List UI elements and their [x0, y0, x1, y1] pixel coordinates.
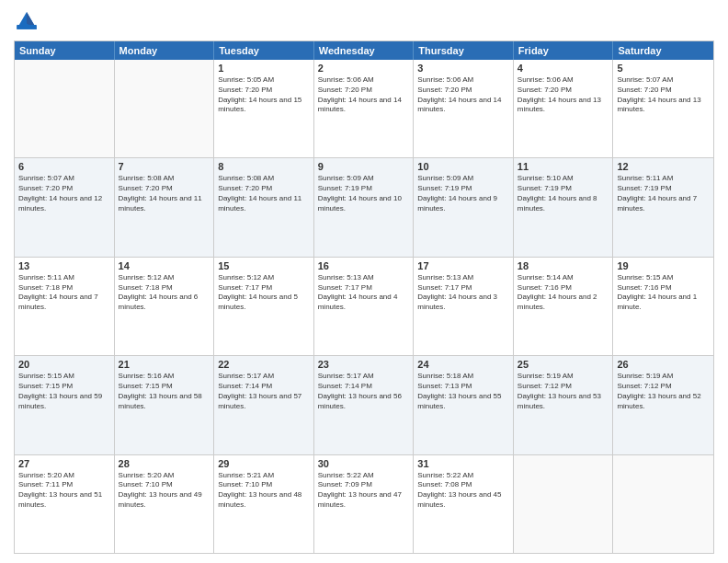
header-day-tuesday: Tuesday — [214, 41, 314, 60]
logo — [14, 9, 43, 35]
calendar-cell-9: 8Sunrise: 5:08 AM Sunset: 7:20 PM Daylig… — [214, 158, 314, 256]
calendar-cell-24: 23Sunrise: 5:17 AM Sunset: 7:14 PM Dayli… — [314, 356, 415, 454]
day-number: 27 — [18, 458, 110, 469]
day-number: 9 — [318, 161, 410, 172]
day-number: 26 — [617, 359, 710, 370]
calendar-cell-31: 30Sunrise: 5:22 AM Sunset: 7:09 PM Dayli… — [314, 455, 415, 553]
calendar-page: SundayMondayTuesdayWednesdayThursdayFrid… — [0, 0, 728, 563]
day-info: Sunrise: 5:06 AM Sunset: 7:20 PM Dayligh… — [518, 75, 609, 115]
header — [14, 9, 714, 35]
day-info: Sunrise: 5:20 AM Sunset: 7:11 PM Dayligh… — [18, 471, 110, 511]
day-info: Sunrise: 5:17 AM Sunset: 7:14 PM Dayligh… — [318, 372, 410, 411]
calendar-cell-22: 21Sunrise: 5:16 AM Sunset: 7:15 PM Dayli… — [115, 356, 215, 454]
day-number: 24 — [417, 359, 509, 370]
calendar-cell-17: 16Sunrise: 5:13 AM Sunset: 7:17 PM Dayli… — [314, 258, 415, 355]
calendar-cell-10: 9Sunrise: 5:09 AM Sunset: 7:19 PM Daylig… — [314, 158, 415, 256]
day-number: 12 — [617, 161, 710, 172]
calendar: SundayMondayTuesdayWednesdayThursdayFrid… — [14, 40, 714, 554]
day-number: 29 — [218, 458, 310, 469]
calendar-cell-4: 3Sunrise: 5:06 AM Sunset: 7:20 PM Daylig… — [414, 60, 514, 157]
calendar-cell-3: 2Sunrise: 5:06 AM Sunset: 7:20 PM Daylig… — [314, 60, 415, 157]
day-number: 14 — [119, 260, 210, 271]
day-info: Sunrise: 5:20 AM Sunset: 7:10 PM Dayligh… — [119, 471, 210, 511]
day-info: Sunrise: 5:11 AM Sunset: 7:19 PM Dayligh… — [617, 174, 710, 213]
calendar-cell-8: 7Sunrise: 5:08 AM Sunset: 7:20 PM Daylig… — [115, 158, 215, 256]
day-number: 6 — [18, 161, 110, 172]
day-info: Sunrise: 5:12 AM Sunset: 7:17 PM Dayligh… — [218, 273, 310, 313]
day-number: 13 — [18, 260, 110, 271]
day-number: 5 — [617, 63, 710, 74]
calendar-cell-12: 11Sunrise: 5:10 AM Sunset: 7:19 PM Dayli… — [514, 158, 614, 256]
day-number: 1 — [218, 63, 310, 74]
day-info: Sunrise: 5:13 AM Sunset: 7:17 PM Dayligh… — [417, 273, 509, 313]
day-info: Sunrise: 5:19 AM Sunset: 7:12 PM Dayligh… — [518, 372, 609, 411]
calendar-cell-28: 27Sunrise: 5:20 AM Sunset: 7:11 PM Dayli… — [15, 455, 115, 553]
calendar-cell-23: 22Sunrise: 5:17 AM Sunset: 7:14 PM Dayli… — [214, 356, 314, 454]
calendar-week-1: 1Sunrise: 5:05 AM Sunset: 7:20 PM Daylig… — [15, 60, 713, 157]
calendar-cell-33 — [514, 455, 614, 553]
day-number: 15 — [218, 260, 310, 271]
header-day-thursday: Thursday — [414, 41, 514, 60]
calendar-cell-15: 14Sunrise: 5:12 AM Sunset: 7:18 PM Dayli… — [115, 258, 215, 355]
calendar-cell-14: 13Sunrise: 5:11 AM Sunset: 7:18 PM Dayli… — [15, 258, 115, 355]
day-number: 25 — [518, 359, 609, 370]
header-day-wednesday: Wednesday — [314, 41, 415, 60]
calendar-cell-18: 17Sunrise: 5:13 AM Sunset: 7:17 PM Dayli… — [414, 258, 514, 355]
day-number: 11 — [518, 161, 609, 172]
day-info: Sunrise: 5:19 AM Sunset: 7:12 PM Dayligh… — [617, 372, 710, 411]
calendar-cell-32: 31Sunrise: 5:22 AM Sunset: 7:08 PM Dayli… — [414, 455, 514, 553]
day-number: 2 — [318, 63, 410, 74]
calendar-cell-21: 20Sunrise: 5:15 AM Sunset: 7:15 PM Dayli… — [15, 356, 115, 454]
day-number: 21 — [119, 359, 210, 370]
day-info: Sunrise: 5:09 AM Sunset: 7:19 PM Dayligh… — [318, 174, 410, 213]
day-number: 16 — [318, 260, 410, 271]
header-day-friday: Friday — [514, 41, 614, 60]
calendar-header: SundayMondayTuesdayWednesdayThursdayFrid… — [15, 41, 713, 60]
header-day-saturday: Saturday — [613, 41, 713, 60]
day-info: Sunrise: 5:21 AM Sunset: 7:10 PM Dayligh… — [218, 471, 310, 511]
calendar-cell-20: 19Sunrise: 5:15 AM Sunset: 7:16 PM Dayli… — [613, 258, 713, 355]
calendar-cell-5: 4Sunrise: 5:06 AM Sunset: 7:20 PM Daylig… — [514, 60, 614, 157]
calendar-week-4: 20Sunrise: 5:15 AM Sunset: 7:15 PM Dayli… — [15, 355, 713, 454]
day-number: 17 — [417, 260, 509, 271]
header-day-monday: Monday — [115, 41, 215, 60]
day-info: Sunrise: 5:09 AM Sunset: 7:19 PM Dayligh… — [417, 174, 509, 213]
calendar-cell-29: 28Sunrise: 5:20 AM Sunset: 7:10 PM Dayli… — [115, 455, 215, 553]
day-info: Sunrise: 5:22 AM Sunset: 7:09 PM Dayligh… — [318, 471, 410, 511]
svg-rect-2 — [17, 25, 37, 29]
day-number: 10 — [417, 161, 509, 172]
day-info: Sunrise: 5:13 AM Sunset: 7:17 PM Dayligh… — [318, 273, 410, 313]
day-info: Sunrise: 5:16 AM Sunset: 7:15 PM Dayligh… — [119, 372, 210, 411]
day-number: 7 — [119, 161, 210, 172]
day-number: 19 — [617, 260, 710, 271]
calendar-cell-25: 24Sunrise: 5:18 AM Sunset: 7:13 PM Dayli… — [414, 356, 514, 454]
day-info: Sunrise: 5:18 AM Sunset: 7:13 PM Dayligh… — [417, 372, 509, 411]
day-number: 20 — [18, 359, 110, 370]
header-day-sunday: Sunday — [15, 41, 115, 60]
calendar-cell-7: 6Sunrise: 5:07 AM Sunset: 7:20 PM Daylig… — [15, 158, 115, 256]
calendar-cell-0 — [15, 60, 115, 157]
day-number: 31 — [417, 458, 509, 469]
calendar-cell-1 — [115, 60, 215, 157]
calendar-cell-30: 29Sunrise: 5:21 AM Sunset: 7:10 PM Dayli… — [214, 455, 314, 553]
day-number: 28 — [119, 458, 210, 469]
day-info: Sunrise: 5:14 AM Sunset: 7:16 PM Dayligh… — [518, 273, 609, 313]
calendar-cell-26: 25Sunrise: 5:19 AM Sunset: 7:12 PM Dayli… — [514, 356, 614, 454]
day-info: Sunrise: 5:15 AM Sunset: 7:15 PM Dayligh… — [18, 372, 110, 411]
calendar-week-3: 13Sunrise: 5:11 AM Sunset: 7:18 PM Dayli… — [15, 257, 713, 355]
day-number: 4 — [518, 63, 609, 74]
day-info: Sunrise: 5:07 AM Sunset: 7:20 PM Dayligh… — [18, 174, 110, 213]
calendar-cell-6: 5Sunrise: 5:07 AM Sunset: 7:20 PM Daylig… — [613, 60, 713, 157]
calendar-week-2: 6Sunrise: 5:07 AM Sunset: 7:20 PM Daylig… — [15, 157, 713, 256]
calendar-cell-19: 18Sunrise: 5:14 AM Sunset: 7:16 PM Dayli… — [514, 258, 614, 355]
day-number: 22 — [218, 359, 310, 370]
logo-icon — [14, 9, 40, 35]
calendar-cell-34 — [613, 455, 713, 553]
day-info: Sunrise: 5:06 AM Sunset: 7:20 PM Dayligh… — [318, 75, 410, 115]
calendar-cell-27: 26Sunrise: 5:19 AM Sunset: 7:12 PM Dayli… — [613, 356, 713, 454]
day-number: 30 — [318, 458, 410, 469]
day-info: Sunrise: 5:11 AM Sunset: 7:18 PM Dayligh… — [18, 273, 110, 313]
day-number: 8 — [218, 161, 310, 172]
day-info: Sunrise: 5:08 AM Sunset: 7:20 PM Dayligh… — [119, 174, 210, 213]
day-info: Sunrise: 5:15 AM Sunset: 7:16 PM Dayligh… — [617, 273, 710, 313]
